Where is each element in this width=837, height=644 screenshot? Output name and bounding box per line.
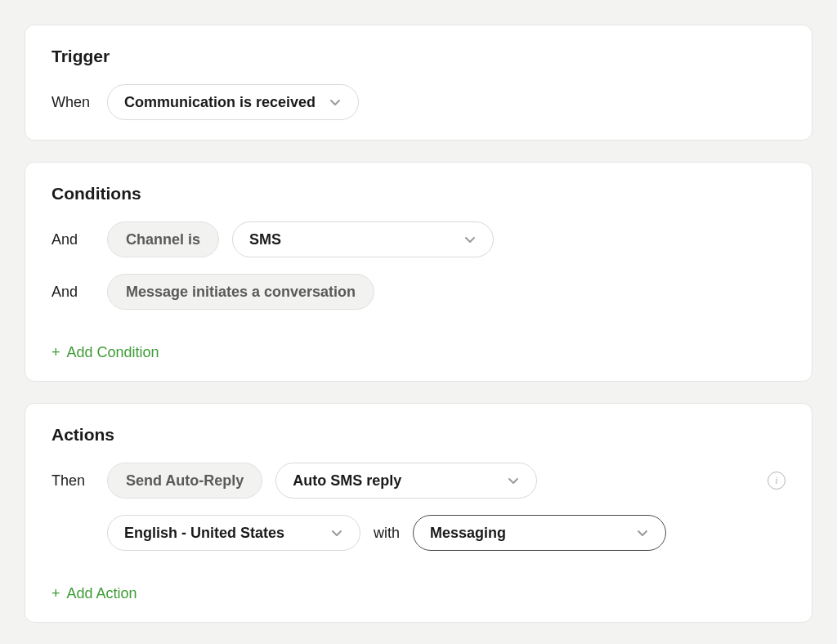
action-row-1: English - United States with Messaging bbox=[107, 515, 786, 551]
trigger-row: When Communication is received bbox=[51, 84, 786, 120]
add-condition-button[interactable]: + Add Condition bbox=[51, 344, 159, 361]
condition-value-label: SMS bbox=[249, 231, 281, 248]
condition-row-1: And Message initiates a conversation bbox=[51, 274, 786, 310]
add-action-label: Add Action bbox=[67, 585, 137, 602]
chevron-down-icon bbox=[330, 526, 343, 539]
condition-row-0: And Channel is SMS bbox=[51, 221, 786, 257]
condition-prefix: And bbox=[51, 284, 94, 301]
trigger-prefix: When bbox=[51, 94, 94, 111]
add-action-button[interactable]: + Add Action bbox=[51, 585, 137, 602]
action-channel-label: Messaging bbox=[430, 525, 506, 542]
condition-type-label: Channel is bbox=[126, 231, 200, 248]
trigger-heading: Trigger bbox=[51, 47, 786, 66]
condition-type-pill[interactable]: Channel is bbox=[107, 221, 219, 257]
chevron-down-icon bbox=[636, 526, 649, 539]
action-prefix: Then bbox=[51, 472, 94, 490]
condition-type-label: Message initiates a conversation bbox=[126, 284, 356, 301]
conditions-heading: Conditions bbox=[51, 184, 786, 203]
add-condition-label: Add Condition bbox=[67, 344, 159, 361]
condition-value-select[interactable]: SMS bbox=[232, 221, 494, 257]
action-type-label: Send Auto-Reply bbox=[126, 472, 244, 490]
actions-card: Actions Then Send Auto-Reply Auto SMS re… bbox=[25, 403, 812, 623]
condition-type-pill[interactable]: Message initiates a conversation bbox=[107, 274, 374, 310]
action-channel-select[interactable]: Messaging bbox=[413, 515, 666, 551]
action-language-label: English - United States bbox=[124, 525, 284, 542]
action-template-label: Auto SMS reply bbox=[293, 472, 401, 490]
info-icon[interactable]: i bbox=[768, 472, 786, 490]
action-row-0: Then Send Auto-Reply Auto SMS reply i bbox=[51, 463, 786, 499]
action-template-select[interactable]: Auto SMS reply bbox=[275, 463, 537, 499]
actions-heading: Actions bbox=[51, 425, 786, 445]
conditions-card: Conditions And Channel is SMS And Messag… bbox=[25, 162, 812, 382]
chevron-down-icon bbox=[463, 233, 477, 246]
trigger-event-label: Communication is received bbox=[124, 94, 316, 111]
condition-prefix: And bbox=[51, 231, 94, 248]
plus-icon: + bbox=[51, 344, 60, 361]
trigger-card: Trigger When Communication is received bbox=[25, 25, 812, 141]
action-connector: with bbox=[374, 525, 400, 542]
trigger-event-select[interactable]: Communication is received bbox=[107, 84, 359, 120]
chevron-down-icon bbox=[507, 474, 520, 487]
plus-icon: + bbox=[51, 585, 60, 602]
action-language-select[interactable]: English - United States bbox=[107, 515, 360, 551]
action-type-pill[interactable]: Send Auto-Reply bbox=[107, 463, 262, 499]
chevron-down-icon bbox=[329, 96, 342, 109]
